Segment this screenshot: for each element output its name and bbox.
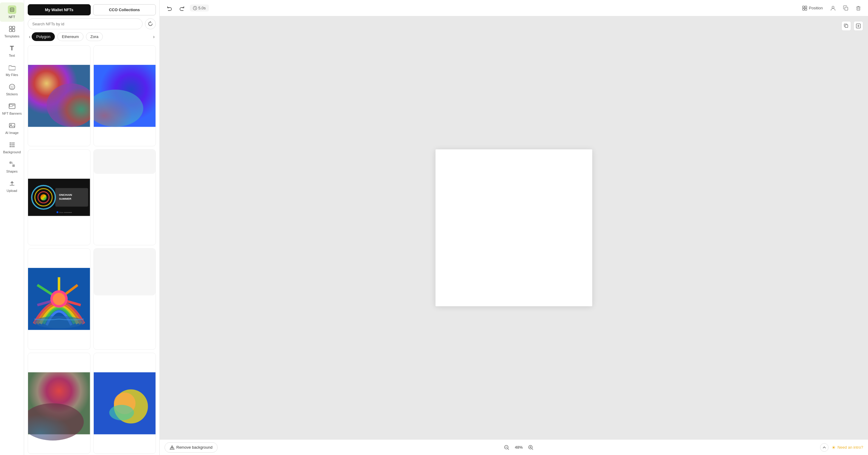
chain-tab-ethereum[interactable]: Ethereum: [57, 32, 83, 41]
svg-rect-3: [12, 26, 15, 29]
svg-point-39: [57, 211, 59, 213]
svg-point-49: [34, 316, 84, 328]
sidebar-item-templates[interactable]: Templates: [0, 22, 24, 41]
canvas-container: [160, 16, 868, 439]
search-bar: [24, 19, 159, 32]
delete-button[interactable]: [854, 3, 863, 13]
panel-tabs: My Wallet NFTs CCO Collections: [24, 0, 159, 19]
chain-tab-polygon[interactable]: Polygon: [32, 32, 55, 41]
canvas-frame: [435, 149, 592, 306]
timer-value: 5.0s: [198, 6, 206, 10]
sidebar-item-upload[interactable]: Upload: [0, 176, 24, 196]
zoom-value: 48%: [513, 445, 524, 450]
svg-point-14: [10, 124, 11, 125]
zoom-in-button[interactable]: [527, 443, 535, 452]
tab-my-wallet[interactable]: My Wallet NFTs: [28, 4, 91, 16]
sidebar-item-text[interactable]: T Text: [0, 41, 24, 60]
chain-prev-button[interactable]: ‹: [28, 33, 32, 41]
sidebar-item-nft[interactable]: NFT: [0, 2, 24, 22]
nft-item-4[interactable]: [93, 149, 156, 245]
svg-point-81: [833, 447, 834, 448]
zoom-out-button[interactable]: [502, 443, 511, 452]
nft-item-2[interactable]: [93, 45, 156, 146]
svg-line-79: [532, 449, 533, 450]
copy-frame-button[interactable]: [841, 21, 851, 31]
sidebar-item-upload-label: Upload: [7, 189, 17, 193]
sidebar-item-myfiles-label: My Files: [6, 73, 18, 77]
svg-point-55: [109, 405, 134, 420]
sidebar-item-shapes-label: Shapes: [6, 170, 18, 173]
svg-point-20: [13, 144, 14, 145]
chain-next-button[interactable]: ›: [152, 33, 156, 41]
position-button[interactable]: Position: [800, 4, 825, 12]
sidebar-item-shapes[interactable]: Shapes: [0, 157, 24, 176]
tab-cco[interactable]: CCO Collections: [93, 4, 156, 16]
sidebar-item-stickers-label: Stickers: [6, 92, 18, 96]
svg-rect-57: [803, 6, 804, 8]
svg-point-22: [11, 146, 13, 147]
nft-item-1[interactable]: [28, 45, 90, 146]
frame-controls: [841, 21, 863, 31]
nft-banners-icon: [8, 102, 16, 110]
svg-point-19: [11, 144, 13, 145]
svg-point-6: [9, 84, 15, 90]
sticker-icon: [8, 83, 16, 91]
svg-rect-59: [803, 8, 804, 10]
main-area: 5.0s Position: [160, 0, 868, 455]
bottom-bar: Remove background 48%: [160, 439, 868, 455]
undo-button[interactable]: [164, 3, 174, 13]
svg-point-15: [10, 142, 11, 144]
bottom-right: Need an intro?: [820, 443, 863, 452]
shapes-icon: [8, 160, 16, 168]
nft-item-3[interactable]: ONCHAIN SUMMER Base ●●●●●●● It's Onchain…: [28, 149, 90, 245]
nft-card-info-3: It's Onchain Summer 🌞 and Base is open f…: [28, 245, 90, 245]
nft-icon: [8, 5, 16, 14]
sidebar-item-stickers[interactable]: Stickers: [0, 80, 24, 99]
zoom-controls: 48%: [502, 443, 535, 452]
svg-rect-10: [10, 105, 12, 107]
svg-point-7: [10, 86, 11, 87]
sidebar-item-text-label: Text: [9, 54, 15, 57]
svg-rect-63: [857, 7, 860, 10]
svg-point-21: [10, 146, 11, 147]
svg-rect-5: [12, 29, 15, 32]
add-frame-button[interactable]: [854, 21, 863, 31]
svg-rect-60: [805, 8, 807, 10]
nft-item-7[interactable]: [28, 353, 90, 454]
sidebar-item-my-files[interactable]: My Files: [0, 60, 24, 80]
nft-item-6[interactable]: [93, 248, 156, 349]
chain-tab-zora[interactable]: Zora: [86, 32, 103, 41]
svg-point-16: [11, 142, 13, 144]
sidebar-item-nft-label: NFT: [9, 15, 15, 19]
refresh-button[interactable]: [145, 19, 156, 29]
sidebar-item-background[interactable]: Background: [0, 138, 24, 157]
svg-point-23: [13, 146, 14, 147]
search-input[interactable]: [28, 19, 143, 29]
svg-rect-66: [845, 25, 848, 27]
svg-point-35: [40, 194, 47, 201]
sidebar-item-templates-label: Templates: [4, 34, 19, 38]
chain-tabs: ‹ Polygon Ethereum Zora ›: [24, 32, 159, 44]
toolbar-right: Position: [800, 3, 863, 13]
sidebar-item-nft-banners[interactable]: NFT Banners: [0, 99, 24, 118]
svg-point-8: [12, 86, 13, 87]
nft-item-8[interactable]: [93, 353, 156, 454]
copy-button[interactable]: [841, 3, 850, 13]
redo-button[interactable]: [177, 3, 187, 13]
chevron-up-button[interactable]: [820, 443, 829, 452]
svg-text:SUMMER: SUMMER: [59, 198, 71, 201]
svg-rect-58: [805, 6, 807, 8]
need-intro-label: Need an intro?: [838, 445, 863, 450]
ai-image-icon: [8, 121, 16, 130]
svg-rect-2: [9, 26, 12, 29]
person-button[interactable]: [828, 3, 838, 13]
svg-text:Base ●●●●●●●: Base ●●●●●●●: [59, 211, 72, 214]
background-icon: [8, 141, 16, 149]
top-toolbar: 5.0s Position: [160, 0, 868, 16]
remove-background-button[interactable]: Remove background: [164, 442, 218, 453]
sidebar-item-ai-image[interactable]: AI Image: [0, 118, 24, 138]
timer-badge: 5.0s: [190, 4, 209, 11]
need-intro-button[interactable]: Need an intro?: [832, 445, 863, 450]
svg-rect-0: [10, 8, 14, 11]
nft-item-5[interactable]: [28, 248, 90, 349]
